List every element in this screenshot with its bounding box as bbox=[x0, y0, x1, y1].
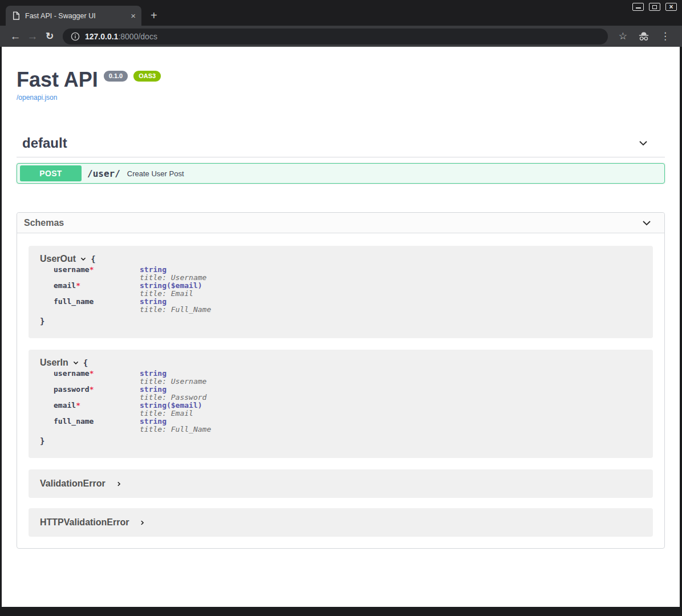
property-type: string bbox=[140, 418, 211, 425]
schemas-body: UserOut { username* stringtitle: Usernam… bbox=[17, 233, 664, 548]
api-title: Fast API bbox=[17, 70, 98, 90]
model-userin-header[interactable]: UserIn { bbox=[40, 358, 642, 368]
property-title: title: Email bbox=[140, 410, 202, 418]
browser-tab[interactable]: Fast API - Swagger UI × bbox=[6, 6, 141, 26]
property-definition: string($email)title: Email bbox=[140, 402, 202, 418]
required-asterisk: * bbox=[76, 281, 80, 290]
close-glyph: × bbox=[669, 3, 673, 10]
chevron-right-icon[interactable] bbox=[139, 520, 145, 526]
maximize-button maximize-icon[interactable] bbox=[649, 3, 660, 11]
property-name: email* bbox=[54, 402, 140, 418]
brace-open: { bbox=[91, 254, 95, 264]
property-name: password* bbox=[54, 386, 140, 402]
oas-badge: OAS3 bbox=[133, 71, 161, 82]
property-definition: stringtitle: Full_Name bbox=[140, 298, 211, 314]
property-name-text: username bbox=[54, 369, 90, 378]
property-type: string($email) bbox=[140, 402, 202, 410]
schemas-panel: Schemas UserOut { bbox=[17, 212, 665, 549]
swagger-page: Fast API 0.1.0 OAS3 /openapi.json defaul… bbox=[0, 47, 682, 607]
property-title: title: Full_Name bbox=[140, 306, 211, 314]
reload-button reload-icon[interactable]: ↻ bbox=[41, 31, 58, 41]
tag-section-header[interactable]: default bbox=[17, 133, 665, 157]
property-definition: stringtitle: Password bbox=[140, 386, 206, 402]
property-name-text: username bbox=[54, 265, 90, 274]
property-type: string bbox=[140, 266, 206, 274]
property-row: username* stringtitle: Username bbox=[54, 370, 642, 386]
required-asterisk: * bbox=[76, 401, 80, 410]
menu-button kebab-menu-icon[interactable]: ⋮ bbox=[660, 31, 670, 41]
property-name-text: password bbox=[54, 385, 90, 394]
bookmark-star-button star-icon[interactable]: ☆ bbox=[619, 31, 627, 41]
minimize-button minimize-icon[interactable] bbox=[632, 3, 644, 11]
chevron-down-icon[interactable] bbox=[641, 217, 652, 229]
model-name: UserIn bbox=[40, 358, 68, 368]
property-definition: stringtitle: Username bbox=[140, 266, 206, 282]
model-httpvalidationerror[interactable]: HTTPValidationError bbox=[29, 508, 653, 537]
model-name: UserOut bbox=[40, 254, 76, 264]
endpoint-path: /user/ bbox=[87, 168, 120, 179]
model-userout-header[interactable]: UserOut { bbox=[40, 254, 642, 264]
back-button back-icon[interactable]: ← bbox=[7, 31, 24, 42]
property-row: full_name stringtitle: Full_Name bbox=[54, 298, 642, 314]
chevron-right-icon[interactable] bbox=[116, 481, 122, 487]
property-row: password* stringtitle: Password bbox=[54, 386, 642, 402]
model-name: ValidationError bbox=[40, 479, 105, 489]
property-name-text: full_name bbox=[54, 297, 94, 306]
property-row: email* string($email)title: Email bbox=[54, 282, 642, 298]
site-info-icon info-icon[interactable] bbox=[71, 32, 80, 41]
tab-title: Fast API - Swagger UI bbox=[25, 12, 125, 20]
required-asterisk: * bbox=[90, 369, 94, 378]
endpoint-summary: Create User Post bbox=[127, 169, 184, 178]
incognito-icon bbox=[638, 31, 650, 42]
schemas-header[interactable]: Schemas bbox=[17, 213, 664, 233]
close-icon[interactable]: × bbox=[131, 11, 136, 20]
opblock-post-user[interactable]: POST /user/ Create User Post bbox=[17, 163, 665, 184]
property-type: string bbox=[140, 386, 206, 394]
property-type: string bbox=[140, 298, 211, 306]
brace-close: } bbox=[40, 436, 642, 445]
brace-open: { bbox=[83, 358, 88, 367]
property-name: full_name bbox=[54, 418, 140, 433]
titlebar: Fast API - Swagger UI × + × bbox=[0, 0, 682, 26]
property-title: title: Username bbox=[140, 274, 206, 282]
property-name: username* bbox=[54, 266, 140, 282]
property-row: full_name stringtitle: Full_Name bbox=[54, 418, 642, 433]
window-controls: × bbox=[632, 3, 677, 11]
chevron-down-icon[interactable] bbox=[638, 137, 649, 149]
property-title: title: Full_Name bbox=[140, 425, 211, 433]
property-type: string bbox=[140, 370, 206, 378]
api-info: Fast API 0.1.0 OAS3 /openapi.json bbox=[17, 70, 665, 102]
required-asterisk: * bbox=[90, 385, 94, 394]
model-validationerror[interactable]: ValidationError bbox=[29, 469, 653, 498]
new-tab-button plus-icon[interactable]: + bbox=[151, 10, 157, 21]
minimize-glyph bbox=[636, 7, 641, 9]
brace-close: } bbox=[40, 317, 642, 326]
forward-button forward-icon[interactable]: → bbox=[24, 31, 41, 42]
model-userout: UserOut { username* stringtitle: Usernam… bbox=[29, 246, 653, 338]
model-properties: username* stringtitle: Username password… bbox=[54, 370, 642, 433]
chevron-down-icon[interactable] bbox=[72, 359, 79, 366]
openapi-spec-link[interactable]: /openapi.json bbox=[17, 94, 57, 102]
model-name: HTTPValidationError bbox=[40, 517, 129, 528]
version-badge: 0.1.0 bbox=[104, 71, 128, 82]
model-properties: username* stringtitle: Username email* s… bbox=[54, 266, 642, 314]
close-window-button close-icon[interactable]: × bbox=[665, 3, 677, 11]
url-host: 127.0.0.1 bbox=[85, 32, 118, 41]
property-name-text: full_name bbox=[54, 417, 94, 425]
address-bar[interactable]: 127.0.0.1:8000/docs bbox=[63, 29, 608, 44]
property-definition: stringtitle: Username bbox=[140, 370, 206, 386]
property-name: email* bbox=[54, 282, 140, 298]
property-row: username* stringtitle: Username bbox=[54, 266, 642, 282]
required-asterisk: * bbox=[90, 265, 94, 274]
tag-name: default bbox=[22, 135, 67, 151]
property-type: string($email) bbox=[140, 282, 202, 290]
property-name-text: email bbox=[54, 281, 76, 290]
browser-toolbar: ← → ↻ 127.0.0.1:8000/docs ☆ ⋮ bbox=[0, 26, 682, 47]
property-row: email* string($email)title: Email bbox=[54, 402, 642, 418]
maximize-glyph bbox=[652, 5, 657, 9]
model-userin: UserIn { username* stringtitle: Username bbox=[29, 350, 653, 458]
post-method-badge: POST bbox=[20, 165, 82, 181]
browser-window: Fast API - Swagger UI × + × ← → ↻ 127.0.… bbox=[0, 0, 682, 616]
chevron-down-icon[interactable] bbox=[80, 256, 87, 262]
property-title: title: Email bbox=[140, 290, 202, 298]
